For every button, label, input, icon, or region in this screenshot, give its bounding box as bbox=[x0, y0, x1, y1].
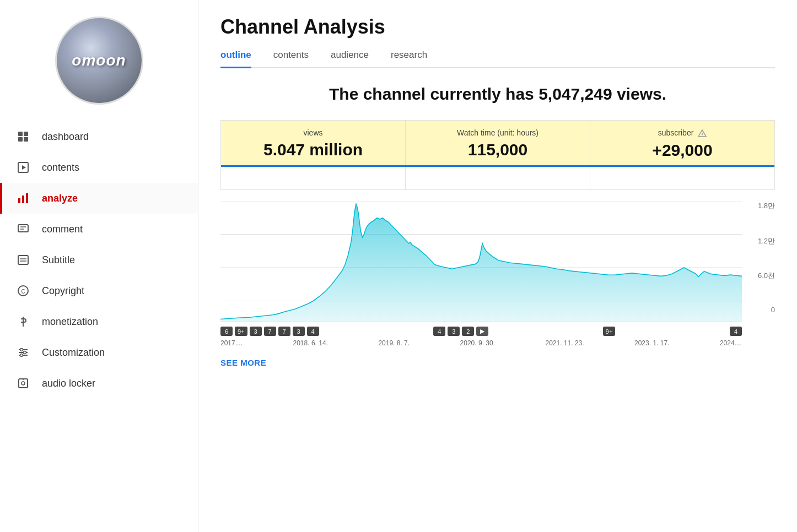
sidebar-label-customization: Customization bbox=[42, 347, 105, 359]
marker-3-1[interactable]: 3 bbox=[250, 327, 262, 336]
svg-rect-24 bbox=[19, 379, 28, 388]
stats-watch-time-value: 115,000 bbox=[411, 140, 584, 159]
sidebar-label-dashboard: dashboard bbox=[42, 131, 89, 143]
sidebar-item-copyright[interactable]: C Copyright bbox=[0, 275, 198, 306]
main-content: Channel Analysis outline contents audien… bbox=[198, 0, 797, 532]
svg-rect-1 bbox=[24, 132, 28, 136]
x-label-2023: 2023. 1. 17. bbox=[634, 339, 669, 347]
customization-icon bbox=[15, 345, 31, 360]
x-label-2019: 2019. 8. 7. bbox=[378, 339, 410, 347]
stats-subscriber-value: +29,000 bbox=[596, 141, 769, 160]
svg-rect-6 bbox=[18, 198, 20, 203]
sidebar-label-audio-locker: audio locker bbox=[42, 378, 95, 389]
views-chart bbox=[220, 201, 742, 322]
warning-icon bbox=[698, 129, 707, 138]
marker-6[interactable]: 6 bbox=[220, 327, 233, 336]
sidebar-item-analyze[interactable]: analyze bbox=[0, 183, 198, 214]
sidebar-label-contents: contents bbox=[42, 162, 79, 173]
stats-views-cell: views 5.047 million bbox=[221, 121, 406, 165]
marker-4-1[interactable]: 4 bbox=[307, 327, 319, 336]
tabs-bar: outline contents audience research bbox=[220, 50, 775, 68]
svg-rect-9 bbox=[18, 225, 28, 232]
subtitle-icon bbox=[15, 252, 31, 268]
marker-2[interactable]: 2 bbox=[462, 327, 474, 336]
svg-point-23 bbox=[20, 354, 23, 357]
comment-icon bbox=[15, 221, 31, 237]
chart-markers: 6 9+ 3 7 7 3 4 4 3 2 ▶ 9+ 4 bbox=[220, 327, 742, 336]
tab-contents[interactable]: contents bbox=[273, 50, 309, 67]
stats-header-row: views 5.047 million Watch time (unit: ho… bbox=[221, 121, 774, 167]
marker-9plus-1[interactable]: 9+ bbox=[235, 327, 247, 336]
sidebar-item-dashboard[interactable]: dashboard bbox=[0, 121, 198, 152]
sidebar-item-contents[interactable]: contents bbox=[0, 152, 198, 183]
stats-container: views 5.047 million Watch time (unit: ho… bbox=[220, 120, 775, 190]
see-more-button[interactable]: SEE MORE bbox=[220, 358, 266, 367]
svg-rect-12 bbox=[18, 256, 28, 264]
y-label-mid-high: 1.2만 bbox=[758, 236, 775, 246]
svg-rect-2 bbox=[18, 137, 23, 142]
marker-play[interactable]: ▶ bbox=[476, 327, 488, 336]
marker-3-3[interactable]: 3 bbox=[448, 327, 460, 336]
x-label-2024: 2024.... bbox=[720, 339, 742, 347]
y-label-top: 1.8만 bbox=[758, 201, 775, 211]
y-label-mid-low: 6.0천 bbox=[758, 271, 775, 281]
svg-rect-3 bbox=[24, 137, 28, 142]
stats-subscriber-label: subscriber bbox=[596, 128, 769, 138]
tab-outline[interactable]: outline bbox=[220, 50, 251, 67]
dashboard-icon bbox=[15, 129, 31, 144]
x-label-2021: 2021. 11. 23. bbox=[545, 339, 584, 347]
sidebar-label-analyze: analyze bbox=[42, 193, 78, 204]
svg-marker-5 bbox=[22, 165, 26, 170]
stats-footer-views bbox=[221, 167, 406, 189]
stats-views-label: views bbox=[227, 128, 400, 137]
chart-wrapper: 1.8만 1.2만 6.0천 0 6 9+ 3 7 7 3 4 4 3 2 ▶ … bbox=[220, 201, 775, 347]
contents-icon bbox=[15, 160, 31, 175]
x-label-2018: 2018. 6. 14. bbox=[293, 339, 328, 347]
x-label-2020: 2020. 9. 30. bbox=[460, 339, 495, 347]
sidebar-label-subtitle: Subtitle bbox=[42, 254, 75, 266]
marker-4-2[interactable]: 4 bbox=[433, 327, 445, 336]
sidebar-label-monetization: monetization bbox=[42, 316, 98, 328]
sidebar-item-comment[interactable]: comment bbox=[0, 214, 198, 245]
sidebar-label-comment: comment bbox=[42, 224, 83, 235]
avatar: omoon bbox=[55, 17, 143, 105]
stats-views-value: 5.047 million bbox=[227, 140, 400, 159]
chart-y-labels: 1.8만 1.2만 6.0천 0 bbox=[745, 201, 775, 314]
audio-locker-icon bbox=[15, 376, 31, 391]
svg-point-29 bbox=[702, 135, 703, 137]
tab-research[interactable]: research bbox=[391, 50, 427, 67]
avatar-area: omoon bbox=[0, 6, 198, 121]
sidebar-item-monetization[interactable]: monetization bbox=[0, 306, 198, 337]
analyze-icon bbox=[15, 191, 31, 206]
stats-footer-row bbox=[221, 167, 774, 189]
stats-footer-watch bbox=[406, 167, 590, 189]
sidebar-item-subtitle[interactable]: Subtitle bbox=[0, 245, 198, 275]
sidebar-item-audio-locker[interactable]: audio locker bbox=[0, 368, 198, 399]
stats-watch-time-label: Watch time (unit: hours) bbox=[411, 128, 584, 137]
sidebar-label-copyright: Copyright bbox=[42, 285, 84, 297]
svg-point-25 bbox=[21, 382, 25, 385]
views-headline: The channel currently has 5,047,249 view… bbox=[220, 85, 775, 104]
sidebar-nav: dashboard contents analyze bbox=[0, 121, 198, 532]
svg-point-21 bbox=[20, 349, 23, 351]
marker-9plus-2[interactable]: 9+ bbox=[603, 327, 616, 336]
svg-rect-7 bbox=[22, 196, 24, 203]
stats-footer-sub bbox=[590, 167, 774, 189]
marker-4-3[interactable]: 4 bbox=[730, 327, 742, 336]
y-label-bottom: 0 bbox=[771, 306, 775, 314]
monetization-icon bbox=[15, 314, 31, 329]
sidebar-item-customization[interactable]: Customization bbox=[0, 337, 198, 368]
stats-subscriber-cell: subscriber +29,000 bbox=[590, 121, 774, 165]
svg-rect-8 bbox=[26, 193, 28, 203]
tab-audience[interactable]: audience bbox=[331, 50, 369, 67]
chart-x-labels: 2017.... 2018. 6. 14. 2019. 8. 7. 2020. … bbox=[220, 339, 742, 347]
svg-rect-0 bbox=[18, 132, 23, 136]
copyright-icon: C bbox=[15, 283, 31, 298]
page-title: Channel Analysis bbox=[220, 15, 775, 39]
marker-3-2[interactable]: 3 bbox=[293, 327, 305, 336]
svg-point-22 bbox=[24, 351, 26, 354]
svg-text:C: C bbox=[21, 289, 25, 295]
marker-7-1[interactable]: 7 bbox=[264, 327, 276, 336]
marker-7-2[interactable]: 7 bbox=[278, 327, 290, 336]
stats-watch-time-cell: Watch time (unit: hours) 115,000 bbox=[406, 121, 590, 165]
